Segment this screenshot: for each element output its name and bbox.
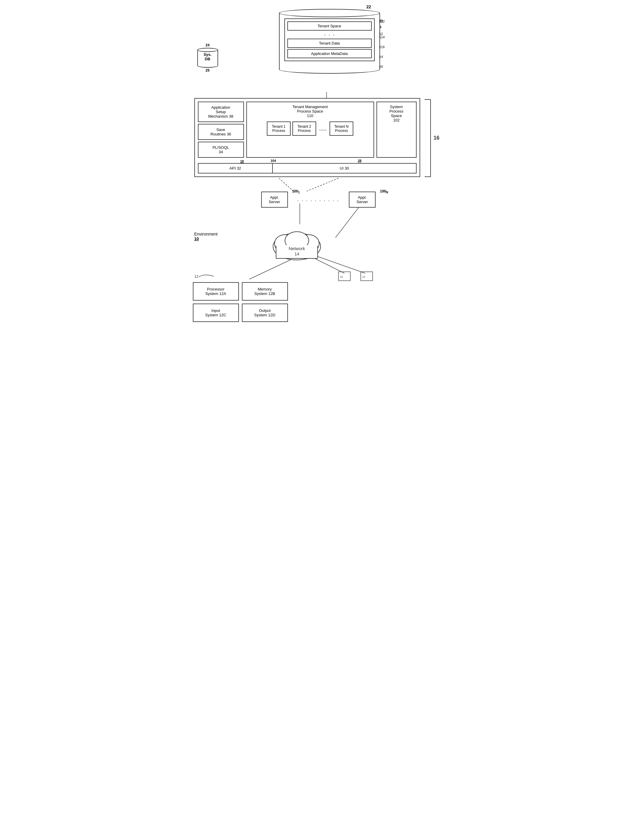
ref-100-1: 1001 (292, 189, 300, 194)
api-cell: API 32 (199, 164, 273, 173)
svg-line-2 (279, 178, 294, 192)
output-box: OutputSystem 12D (242, 303, 288, 322)
processor-box: ProcessorSystem 12A (193, 282, 239, 301)
db-dots: · · · (287, 32, 372, 38)
svg-text:Network: Network (289, 246, 305, 251)
svg-text:12: 12 (194, 275, 199, 279)
ref-18: 18 (240, 159, 244, 163)
environment-label: Environment 10 (194, 232, 218, 241)
ref-25: 25 (194, 68, 221, 73)
network-cloud-svg: Network 14 (267, 226, 327, 261)
ref-104: 104 (271, 159, 276, 163)
svg-text:12: 12 (340, 275, 343, 278)
ref-10: 10 (194, 237, 199, 241)
tenant1-process: Tenant 1Process (267, 122, 291, 136)
memory-box: MemorySystem 12B (242, 282, 288, 301)
svg-rect-9 (338, 272, 350, 281)
app-metadata-row: Application MetaData (287, 49, 372, 58)
tenant-dots: ..... (318, 126, 328, 132)
ref-100-n: 100N (380, 189, 388, 194)
app-setup-column: ApplicationSetupMechanism 38 SaveRoutine… (198, 102, 244, 158)
network-area: Network 14 (267, 226, 327, 262)
svg-text:14: 14 (294, 252, 299, 256)
tenantN-process: Tenant NProcess (330, 122, 353, 136)
appl-server-n: Appl.Server (349, 192, 376, 208)
svg-text:12: 12 (362, 275, 365, 278)
tenant-mgmt-box: Tenant ManagementProcess Space110 Tenant… (246, 102, 374, 158)
save-routines-box: SaveRoutines 36 (198, 124, 244, 140)
input-box: InputSystem 12C (193, 303, 239, 322)
svg-text:16: 16 (434, 135, 439, 141)
ui-cell: UI 30 (273, 164, 416, 173)
svg-line-3 (306, 178, 338, 192)
server-dots: . . . . . . . . . . (297, 197, 340, 202)
tenant-data-row: Tenant Data (287, 39, 372, 48)
ref-112: 112 (379, 20, 384, 23)
tenant2-process: Tenant 2Process (292, 122, 316, 136)
pl-soql-box: PL/SOQL34 (198, 142, 244, 158)
tenant-space-row: Tenant Space (287, 21, 372, 31)
ref-28: 28 (358, 159, 361, 163)
bottom-boxes: ProcessorSystem 12A MemorySystem 12B Inp… (193, 282, 294, 322)
appl-servers-row: Appl.Server 1001 . . . . . . . . . . App… (261, 192, 376, 208)
server-box: ApplicationSetupMechanism 38 SaveRoutine… (194, 98, 420, 177)
sys-db: 24 Sys.DB 25 (194, 43, 221, 73)
tenant-mgmt-title: Tenant ManagementProcess Space110 (249, 104, 371, 118)
svg-rect-11 (361, 272, 373, 281)
tenant-processes: Tenant 1Process Tenant 2Process ..... Te… (249, 122, 371, 136)
ref-24: 24 (194, 43, 221, 47)
sys-proc-box: SystemProcessSpace102 (376, 102, 417, 158)
appl-server-1: Appl.Server (261, 192, 288, 208)
ref-116: 116 (379, 45, 384, 49)
main-database: Tenant Space · · · Tenant Data Applicati… (279, 9, 380, 74)
ref-22: 22 (366, 5, 371, 9)
app-setup-box: ApplicationSetupMechanism 38 (198, 102, 244, 122)
api-ui-bar: API 32 UI 30 (198, 163, 417, 174)
ref-114: 114 (379, 35, 384, 39)
